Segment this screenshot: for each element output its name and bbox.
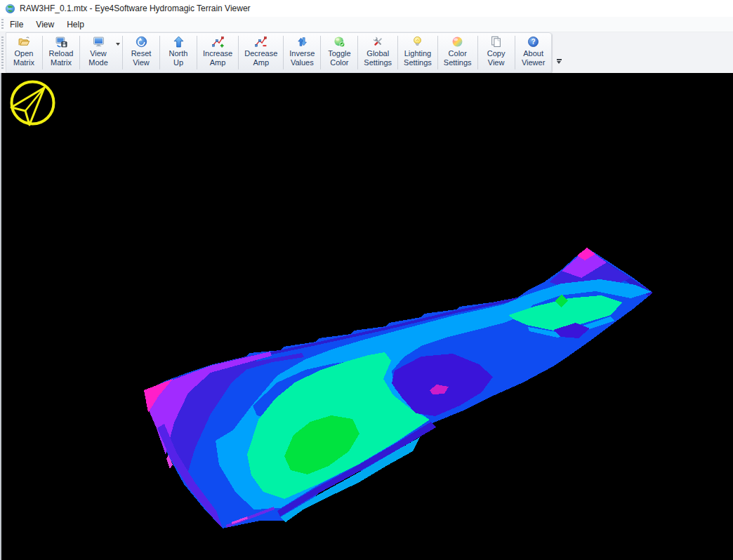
globe-app-icon <box>5 4 15 14</box>
button-label: Matrix <box>51 58 72 67</box>
menu-file[interactable]: File <box>4 18 29 31</box>
open-matrix-button[interactable]: Open Matrix <box>6 33 41 72</box>
button-label: Reload <box>49 49 74 58</box>
menu-bar: File View Help <box>0 17 733 32</box>
terrain-viewport[interactable] <box>0 73 733 560</box>
crossed-tools-icon <box>372 36 384 48</box>
decrease-amp-button[interactable]: Decrease Amp <box>239 33 282 72</box>
toolbar-separator <box>437 36 438 69</box>
button-label: Toggle <box>328 49 350 58</box>
button-label: Decrease <box>244 49 277 58</box>
view-mode-split-button: View Mode <box>81 33 121 72</box>
terrain-3d-surface <box>144 248 653 528</box>
help-sphere-icon: ? <box>527 36 539 48</box>
toolbar-separator <box>238 36 239 69</box>
arrows-up-down-icon <box>296 36 308 48</box>
button-label: View <box>488 58 505 67</box>
button-label: Open <box>15 49 34 58</box>
toolbar-separator <box>283 36 284 69</box>
reload-matrix-button[interactable]: Reload Matrix <box>44 33 79 72</box>
button-label: Settings <box>364 58 392 67</box>
button-label: Color <box>330 58 348 67</box>
global-settings-button[interactable]: Global Settings <box>359 33 397 72</box>
button-label: Settings <box>404 58 432 67</box>
terrain-3d-scene <box>0 73 733 560</box>
monitor-icon <box>93 36 105 48</box>
toolbar-separator <box>515 36 515 69</box>
inverse-values-button[interactable]: Inverse Values <box>284 33 319 72</box>
button-label: About <box>523 49 543 58</box>
toolbar-separator <box>79 36 80 69</box>
color-sphere-icon <box>451 36 463 48</box>
question-mark-glyph: ? <box>531 38 536 46</box>
lighting-settings-button[interactable]: Lighting Settings <box>399 33 437 72</box>
copy-view-button[interactable]: Copy View <box>479 33 514 72</box>
title-bar: RAW3HF_0.1.mtx - Eye4Software Hydromagic… <box>0 0 733 17</box>
toolbar-card: Open Matrix Reload Matrix <box>6 32 552 73</box>
button-label: Lighting <box>404 49 432 58</box>
amplitude-plus-icon <box>212 36 224 48</box>
toolbar-separator <box>357 36 358 69</box>
reset-circular-arrow-icon <box>136 36 147 48</box>
increase-amp-button[interactable]: Increase Amp <box>198 33 237 72</box>
color-settings-button[interactable]: Color Settings <box>439 33 477 72</box>
button-label: View <box>90 49 107 58</box>
north-up-button[interactable]: North Up <box>161 33 196 72</box>
north-arrow-icon <box>173 36 185 48</box>
button-label: Values <box>291 58 314 67</box>
button-label: Amp <box>210 58 226 67</box>
toggle-color-button[interactable]: Toggle Color <box>322 33 357 72</box>
view-mode-dropdown-arrow[interactable] <box>116 43 120 46</box>
toolbar-overflow-button[interactable] <box>555 59 564 67</box>
overflow-bar <box>557 59 562 60</box>
menu-help[interactable]: Help <box>60 18 91 31</box>
chevron-down-icon <box>557 61 561 64</box>
button-label: Up <box>173 58 183 67</box>
about-viewer-button[interactable]: ? About Viewer <box>516 33 551 72</box>
menu-view[interactable]: View <box>29 18 60 31</box>
toolbar-separator <box>197 36 197 69</box>
button-label: Amp <box>253 58 269 67</box>
toolbar-separator <box>122 36 123 69</box>
open-folder-icon <box>18 36 30 48</box>
toolbar-separator <box>477 36 478 69</box>
toolbar-gripper[interactable] <box>1 36 4 69</box>
toolbar-separator <box>397 36 398 69</box>
button-label: Color <box>449 49 467 58</box>
button-label: Reset <box>131 49 152 58</box>
button-label: Mode <box>88 58 108 67</box>
toolbar-separator <box>159 36 160 69</box>
lightbulb-icon <box>411 36 423 48</box>
north-compass-icon <box>11 82 54 126</box>
button-label: North <box>169 49 188 58</box>
button-label: Matrix <box>13 58 34 67</box>
reset-view-button[interactable]: Reset View <box>124 33 159 72</box>
toolbar-separator <box>42 36 43 69</box>
button-label: Copy <box>487 49 506 58</box>
reload-matrix-icon <box>55 36 67 48</box>
copy-pages-icon <box>490 36 502 48</box>
toolbar-separator <box>320 36 321 69</box>
color-sphere-check-icon <box>334 36 345 48</box>
button-label: Increase <box>203 49 232 58</box>
button-label: Settings <box>444 58 472 67</box>
view-mode-button[interactable]: View Mode <box>81 33 116 68</box>
button-label: View <box>133 58 150 67</box>
amplitude-minus-icon <box>255 36 267 48</box>
button-label: Viewer <box>522 58 545 67</box>
button-label: Inverse <box>289 49 315 58</box>
button-label: Global <box>366 49 389 58</box>
toolbar: Open Matrix Reload Matrix <box>0 32 733 73</box>
window-title: RAW3HF_0.1.mtx - Eye4Software Hydromagic… <box>20 4 251 13</box>
